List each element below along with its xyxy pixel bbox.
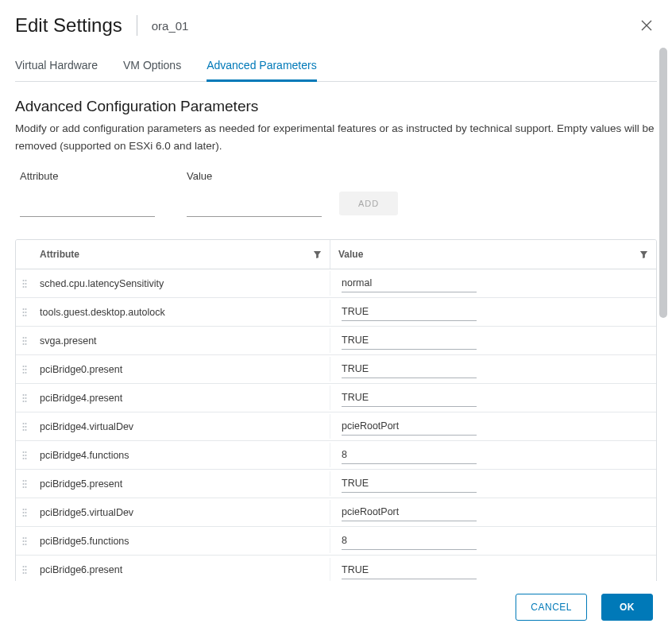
cell-attribute: pciBridge0.present [33, 358, 330, 381]
drag-handle-icon[interactable] [16, 422, 33, 432]
cell-attribute: pciBridge5.functions [33, 529, 330, 553]
svg-point-2 [23, 283, 25, 285]
column-header-attribute-label: Attribute [40, 249, 79, 260]
tab-virtual-hardware[interactable]: Virtual Hardware [15, 54, 98, 81]
svg-point-59 [25, 544, 27, 545]
svg-point-16 [23, 343, 25, 345]
svg-point-37 [25, 451, 27, 453]
svg-point-33 [25, 426, 27, 428]
svg-point-44 [23, 483, 25, 485]
column-header-value-label: Value [338, 249, 363, 260]
column-header-value[interactable]: Value [330, 240, 656, 269]
section-description: Modify or add configuration parameters a… [15, 120, 657, 154]
add-button[interactable]: ADD [339, 192, 398, 215]
tab-vm-options[interactable]: VM Options [123, 54, 181, 81]
svg-point-8 [23, 312, 25, 313]
dialog-title: Edit Settings [15, 14, 122, 37]
svg-point-13 [25, 337, 27, 339]
drag-handle-icon[interactable] [16, 393, 33, 403]
value-field[interactable] [342, 447, 477, 464]
close-icon[interactable] [639, 17, 655, 33]
svg-point-26 [23, 397, 25, 399]
svg-point-11 [25, 315, 27, 316]
cell-attribute: svga.present [33, 329, 330, 353]
attribute-field-group: Attribute [20, 170, 155, 217]
drag-handle-icon[interactable] [16, 508, 33, 517]
value-field[interactable] [342, 533, 477, 550]
drag-handle-icon[interactable] [16, 536, 33, 546]
cell-value [330, 357, 656, 381]
svg-point-40 [23, 458, 25, 459]
svg-point-63 [25, 569, 27, 571]
svg-point-25 [25, 394, 27, 396]
svg-point-20 [23, 369, 25, 370]
table-row: pciBridge0.present [16, 355, 656, 384]
filter-icon[interactable] [639, 250, 648, 259]
svg-point-7 [25, 308, 27, 310]
svg-point-0 [23, 280, 25, 281]
drag-handle-icon[interactable] [16, 479, 33, 489]
svg-point-45 [25, 483, 27, 485]
svg-point-35 [25, 429, 27, 431]
svg-point-62 [23, 569, 25, 571]
cell-value [330, 443, 656, 467]
svg-point-6 [23, 308, 25, 310]
section-title: Advanced Configuration Parameters [15, 98, 657, 115]
svg-point-34 [23, 429, 25, 431]
value-field[interactable] [342, 362, 477, 378]
cell-value [330, 558, 656, 581]
attribute-input[interactable] [20, 198, 155, 217]
svg-point-60 [23, 566, 25, 567]
svg-point-9 [25, 312, 27, 313]
header-separator [137, 15, 137, 36]
svg-point-19 [25, 366, 27, 367]
drag-handle-icon[interactable] [16, 565, 33, 575]
column-header-attribute[interactable]: Attribute [16, 240, 330, 269]
svg-point-38 [23, 455, 25, 456]
drag-handle-icon[interactable] [16, 365, 33, 374]
drag-handle-icon[interactable] [16, 279, 33, 288]
tab-bar: Virtual Hardware VM Options Advanced Par… [15, 54, 657, 82]
attribute-label: Attribute [20, 170, 155, 182]
value-field[interactable] [342, 505, 477, 521]
drag-handle-icon[interactable] [16, 451, 33, 460]
value-field[interactable] [342, 333, 477, 350]
svg-point-27 [25, 397, 27, 399]
value-input[interactable] [187, 198, 322, 217]
tab-advanced-parameters[interactable]: Advanced Parameters [207, 54, 317, 82]
cell-value [330, 471, 656, 496]
ok-button[interactable]: OK [601, 594, 653, 621]
svg-point-52 [23, 515, 25, 517]
svg-point-23 [25, 372, 27, 374]
svg-point-49 [25, 509, 27, 510]
value-field[interactable] [342, 304, 477, 321]
dialog-subtitle: ora_01 [152, 19, 189, 33]
table-row: pciBridge5.virtualDev [16, 498, 656, 527]
svg-point-32 [23, 426, 25, 428]
svg-point-54 [23, 537, 25, 539]
svg-point-17 [25, 343, 27, 345]
value-field[interactable] [342, 390, 477, 407]
svg-point-65 [25, 572, 27, 574]
cell-attribute: pciBridge4.virtualDev [33, 415, 330, 439]
drag-handle-icon[interactable] [16, 336, 33, 346]
scrollbar[interactable] [659, 48, 667, 318]
cancel-button[interactable]: CANCEL [516, 594, 587, 621]
value-field[interactable] [342, 563, 477, 579]
value-field[interactable] [342, 476, 477, 493]
svg-point-3 [25, 283, 27, 285]
add-parameter-form: Attribute Value ADD [15, 170, 657, 217]
dialog-body: Virtual Hardware VM Options Advanced Par… [0, 37, 672, 581]
value-field[interactable] [342, 419, 477, 436]
value-field[interactable] [342, 276, 477, 292]
svg-point-12 [23, 337, 25, 339]
svg-point-64 [23, 572, 25, 574]
table-row: pciBridge5.present [16, 470, 656, 498]
svg-point-61 [25, 566, 27, 567]
drag-handle-icon[interactable] [16, 308, 33, 317]
svg-point-30 [23, 423, 25, 424]
dialog-footer: CANCEL OK [0, 581, 672, 635]
filter-icon[interactable] [313, 250, 322, 259]
svg-point-55 [25, 537, 27, 539]
table-row: pciBridge4.functions [16, 441, 656, 470]
